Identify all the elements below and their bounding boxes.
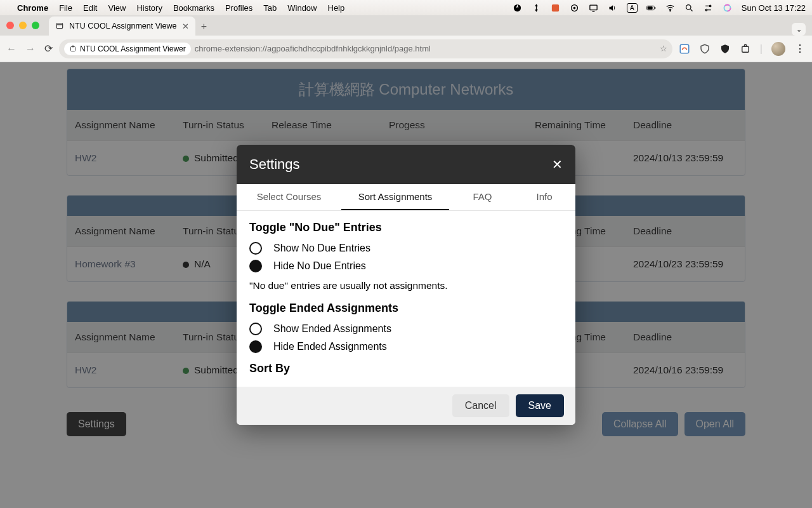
omnibox-url: chrome-extension://agpoafichdhccpibdfnhk… [195, 44, 431, 53]
siri-icon[interactable] [723, 3, 733, 13]
menu-file[interactable]: File [59, 3, 72, 13]
tab-title: NTU COOL Assignment Viewe [69, 22, 177, 30]
radio-icon [249, 340, 262, 353]
tab-favicon-icon [55, 21, 64, 32]
mac-menubar: Chrome File Edit View History Bookmarks … [0, 0, 812, 15]
svg-rect-15 [71, 46, 75, 51]
radio-show-ended[interactable]: Show Ended Assignments [249, 323, 563, 335]
radio-icon [249, 323, 262, 335]
chrome-tabstrip: NTU COOL Assignment Viewe ✕ + ⌄ [0, 15, 812, 36]
section-heading-sortby: Sort By [249, 362, 563, 375]
extension-chip[interactable]: NTU COOL Assignment Viewer [64, 43, 191, 55]
menu-help[interactable]: Help [328, 3, 345, 13]
app-icon[interactable] [551, 3, 561, 13]
back-icon[interactable]: ← [6, 43, 16, 55]
radio-icon [249, 260, 262, 272]
tabs-dropdown-icon[interactable]: ⌄ [792, 23, 806, 36]
svg-rect-18 [742, 46, 749, 52]
extensions-icon[interactable] [740, 43, 751, 55]
window-controls [6, 15, 49, 36]
record-icon[interactable] [570, 3, 580, 13]
location-icon[interactable] [513, 3, 523, 13]
menubar-clock[interactable]: Sun Oct 13 17:22 [742, 3, 806, 13]
save-button[interactable]: Save [516, 394, 564, 417]
tab-sort-assignments[interactable]: Sort Assignments [341, 184, 449, 210]
svg-rect-6 [648, 6, 653, 9]
battery-icon[interactable] [646, 3, 657, 13]
svg-point-11 [705, 9, 707, 11]
menu-bookmarks[interactable]: Bookmarks [173, 3, 214, 13]
close-tab-icon[interactable]: ✕ [182, 22, 189, 31]
close-icon[interactable]: ✕ [552, 157, 563, 172]
svg-point-9 [686, 4, 691, 10]
chrome-menu-icon[interactable]: ⋮ [794, 43, 806, 55]
menu-view[interactable]: View [108, 3, 126, 13]
section-heading-nodue: Toggle "No Due" Entries [249, 221, 563, 234]
modal-tabs: Select Courses Sort Assignments FAQ Info [237, 184, 575, 211]
fullscreen-window-icon[interactable] [32, 22, 39, 29]
radio-hide-nodue[interactable]: Hide No Due Entries [249, 260, 563, 272]
radio-show-nodue[interactable]: Show No Due Entries [249, 242, 563, 255]
bookmark-star-icon[interactable]: ☆ [660, 44, 667, 53]
display-icon[interactable] [589, 3, 599, 13]
svg-rect-4 [590, 5, 597, 10]
chrome-toolbar: ← → ⟳ NTU COOL Assignment Viewer chrome-… [0, 36, 812, 62]
sound-icon[interactable] [608, 3, 618, 13]
cancel-button[interactable]: Cancel [452, 394, 509, 417]
input-a-icon[interactable]: A [627, 3, 638, 13]
radio-icon [249, 242, 262, 255]
browser-tab[interactable]: NTU COOL Assignment Viewe ✕ [49, 17, 195, 36]
close-window-icon[interactable] [6, 22, 14, 29]
menu-edit[interactable]: Edit [83, 3, 97, 13]
svg-rect-19 [744, 44, 746, 46]
updown-icon[interactable] [532, 3, 542, 13]
new-tab-button[interactable]: + [195, 18, 213, 36]
svg-point-10 [710, 5, 712, 7]
tab-info[interactable]: Info [516, 184, 573, 210]
profile-avatar[interactable] [771, 42, 785, 56]
svg-rect-7 [655, 6, 655, 8]
chip-text: NTU COOL Assignment Viewer [80, 44, 186, 53]
menu-history[interactable]: History [136, 3, 162, 13]
svg-rect-1 [552, 4, 559, 11]
menu-tab[interactable]: Tab [263, 3, 277, 13]
reload-icon[interactable]: ⟳ [44, 43, 53, 55]
svg-point-8 [670, 10, 671, 11]
section-heading-ended: Toggle Ended Assignments [249, 302, 563, 315]
search-icon[interactable] [684, 3, 695, 13]
ext-icon-2[interactable] [699, 43, 710, 55]
svg-rect-17 [680, 44, 689, 53]
minimize-window-icon[interactable] [19, 22, 27, 29]
nodue-note: "No due" entries are usually not assignm… [249, 280, 563, 291]
forward-icon: → [25, 43, 36, 55]
svg-point-3 [574, 7, 576, 9]
menubar-app[interactable]: Chrome [17, 3, 48, 13]
modal-title: Settings [249, 156, 300, 173]
menu-window[interactable]: Window [287, 3, 317, 13]
menu-profiles[interactable]: Profiles [225, 3, 252, 13]
svg-rect-14 [56, 23, 62, 28]
tab-faq[interactable]: FAQ [449, 184, 516, 210]
ext-icon-3[interactable] [719, 43, 731, 55]
settings-modal: Settings ✕ Select Courses Sort Assignmen… [237, 145, 575, 425]
tab-select-courses[interactable]: Select Courses [237, 184, 341, 210]
ext-icon-1[interactable] [679, 43, 690, 55]
wifi-icon[interactable] [665, 3, 676, 13]
control-center-icon[interactable] [704, 3, 714, 13]
radio-hide-ended[interactable]: Hide Ended Assignments [249, 340, 563, 353]
omnibox[interactable]: NTU COOL Assignment Viewer chrome-extens… [59, 39, 672, 58]
